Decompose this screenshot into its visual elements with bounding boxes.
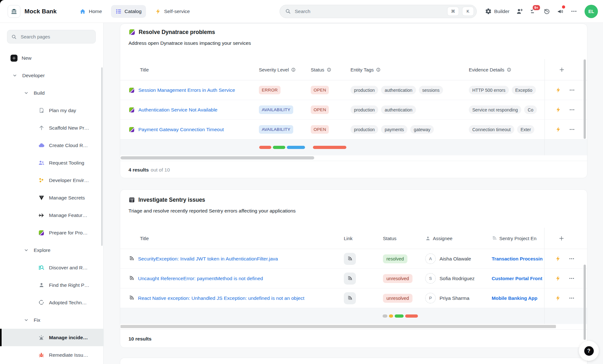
sidebar-item-adopted-tech[interactable]: Adopted Techn… xyxy=(0,294,103,311)
home-icon xyxy=(80,8,86,15)
column-header-status[interactable]: Status xyxy=(311,67,350,72)
row-menu-icon[interactable] xyxy=(569,107,575,113)
horizontal-scrollbar[interactable] xyxy=(121,325,556,328)
sidebar-new-label: New xyxy=(22,55,31,61)
row-title-link[interactable]: SecurityException: Invalid JWT token in … xyxy=(138,256,278,262)
sentry-link-button[interactable] xyxy=(344,273,356,285)
column-header-title[interactable]: Title xyxy=(120,236,344,241)
nav-catalog[interactable]: Catalog xyxy=(111,5,146,18)
entity-tag: production xyxy=(350,125,378,134)
sidebar-item-request-tooling[interactable]: Request Tooling xyxy=(0,154,103,172)
column-header-assignee[interactable]: Assignee xyxy=(425,236,492,241)
column-header-sentry-project[interactable]: Sentry Project En xyxy=(492,236,544,241)
column-header-title[interactable]: Title xyxy=(120,67,259,72)
global-search[interactable]: ⌘ K xyxy=(280,5,477,18)
sidebar-item-manage-features[interactable]: Manage Featur… xyxy=(0,206,103,224)
sidebar-item-discover[interactable]: Discover and R… xyxy=(0,259,103,276)
sidebar-search-input[interactable] xyxy=(20,34,92,40)
run-action-bolt-icon[interactable] xyxy=(555,295,561,301)
entity-tag: authentication xyxy=(381,86,416,94)
sidebar-item-label: Remediate Issu… xyxy=(49,352,88,358)
info-icon[interactable] xyxy=(291,67,296,72)
row-title-link[interactable]: Payment Gateway Connection Timeout xyxy=(138,127,224,132)
column-label: Assignee xyxy=(433,236,453,241)
info-icon[interactable] xyxy=(507,67,511,72)
dynatrace-icon xyxy=(128,29,135,36)
severity-badge: AVAILABILITY xyxy=(259,105,293,114)
row-title-link[interactable]: Session Management Errors in Auth Servic… xyxy=(138,87,235,93)
more-menu-button[interactable] xyxy=(571,8,577,15)
run-action-bolt-icon[interactable] xyxy=(555,275,561,281)
row-title-link[interactable]: Authentication Service Not Available xyxy=(138,107,218,113)
chevron-down-icon xyxy=(23,90,30,97)
nav-home-label: Home xyxy=(89,9,102,14)
row-title-link[interactable]: Uncaught ReferenceError: paymentMethod i… xyxy=(138,276,263,281)
tasks-button[interactable]: 9+ xyxy=(530,8,537,15)
column-header-status[interactable]: Status xyxy=(383,236,425,241)
column-header-evidence[interactable]: Evidence Details xyxy=(469,67,544,72)
column-header-entity-tags[interactable]: Entity Tags xyxy=(350,67,469,72)
run-action-bolt-icon[interactable] xyxy=(555,107,561,113)
row-menu-icon[interactable] xyxy=(569,295,575,301)
help-button[interactable]: ? xyxy=(584,346,594,356)
sidebar-item-label: Developer Envir… xyxy=(49,178,89,183)
row-menu-icon[interactable] xyxy=(569,87,575,93)
sidebar-item-label: Create Cloud R… xyxy=(49,143,88,148)
user-avatar[interactable]: EL xyxy=(585,5,598,18)
horizontal-scrollbar[interactable] xyxy=(121,156,314,159)
row-title-link[interactable]: React Native exception: Unhandled JS Exc… xyxy=(138,295,304,301)
column-header-link[interactable]: Link xyxy=(344,236,383,241)
info-icon[interactable] xyxy=(376,67,381,72)
sidebar-scrollbar[interactable] xyxy=(101,67,103,246)
invite-users-button[interactable] xyxy=(516,8,523,15)
assignee-name: Priya Sharma xyxy=(440,295,469,301)
run-action-bolt-icon[interactable] xyxy=(555,87,561,93)
sidebar-search[interactable] xyxy=(7,30,96,44)
sidebar-item-prepare-production[interactable]: Prepare for Pro… xyxy=(0,224,103,241)
sentry-project-link[interactable]: Transaction Processin xyxy=(492,256,543,261)
row-menu-icon[interactable] xyxy=(569,275,575,281)
sentry-link-button[interactable] xyxy=(344,253,356,265)
sidebar-item-plan-my-day[interactable]: Plan my day xyxy=(0,102,103,119)
sidebar-group-build[interactable]: Build xyxy=(0,84,103,102)
vertical-scrollbar[interactable] xyxy=(584,59,586,139)
sidebar-group-fix[interactable]: Fix xyxy=(0,311,103,329)
history-button[interactable] xyxy=(544,8,550,15)
info-icon[interactable] xyxy=(327,67,331,72)
run-action-bolt-icon[interactable] xyxy=(555,126,561,132)
add-column-button[interactable] xyxy=(544,59,587,80)
sidebar-item-scaffold-new[interactable]: Scaffold New Pr… xyxy=(0,119,103,137)
table-header-row: Title Link Status Assignee Sentry Projec… xyxy=(120,228,587,249)
row-menu-icon[interactable] xyxy=(569,256,575,262)
sidebar-item-developer-environments[interactable]: Developer Envir… xyxy=(0,172,103,189)
brand-logo[interactable] xyxy=(8,5,20,18)
sidebar-group-label: Build xyxy=(34,90,45,96)
sidebar-item-remediate-issues[interactable]: Remediate Issu… xyxy=(0,346,103,364)
horizontal-scroll-area xyxy=(120,324,587,329)
sidebar-group-developer[interactable]: Developer xyxy=(0,67,103,84)
run-action-bolt-icon[interactable] xyxy=(555,256,561,262)
global-search-input[interactable] xyxy=(294,8,444,15)
sentry-project-link[interactable]: Mobile Banking App xyxy=(492,295,537,301)
sidebar-new-button[interactable]: New xyxy=(0,49,103,67)
column-label: Sentry Project En xyxy=(499,236,537,241)
nav-self-service[interactable]: Self-service xyxy=(150,5,194,18)
add-column-button[interactable] xyxy=(544,228,587,249)
sidebar-item-manage-incidents[interactable]: Manage incide… xyxy=(0,329,103,346)
sentry-project-link[interactable]: Customer Portal Front xyxy=(492,276,542,281)
announcements-button[interactable] xyxy=(557,8,564,15)
sidebar-item-manage-secrets[interactable]: Manage Secrets xyxy=(0,189,103,206)
sidebar-item-find-right[interactable]: Find the Right P… xyxy=(0,276,103,294)
nav-home[interactable]: Home xyxy=(75,5,106,18)
sidebar-group-explore[interactable]: Explore xyxy=(0,241,103,259)
builder-button[interactable]: Builder xyxy=(485,8,509,15)
evidence-tag: Service not responding xyxy=(469,105,521,114)
sentry-link-button[interactable] xyxy=(344,292,356,304)
row-menu-icon[interactable] xyxy=(569,126,575,132)
summary-pill-red-long xyxy=(313,146,346,149)
evidence-tag: Exceptio xyxy=(512,86,536,94)
assignee-name: Sofia Rodriguez xyxy=(440,276,475,281)
vertical-scrollbar[interactable] xyxy=(584,265,586,340)
sidebar-item-create-cloud[interactable]: Create Cloud R… xyxy=(0,137,103,154)
column-header-severity[interactable]: Severity Level xyxy=(259,67,311,72)
